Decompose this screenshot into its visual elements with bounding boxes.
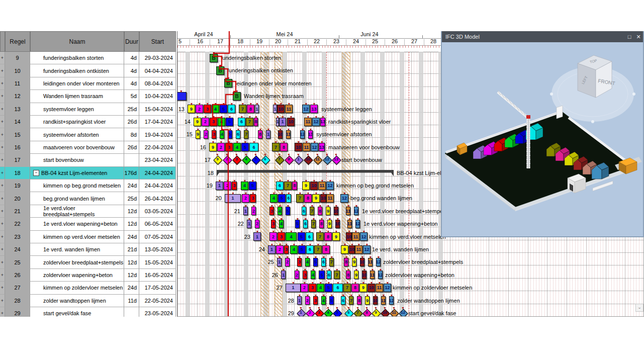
task-segment[interactable]: 4▼ bbox=[270, 194, 278, 203]
task-segment[interactable]: 3▼ bbox=[309, 284, 316, 292]
task-segment[interactable]: 11▼ bbox=[355, 245, 362, 254]
task-segment[interactable]: 8▼ bbox=[254, 118, 258, 126]
task-segment[interactable]: 7▼ bbox=[244, 130, 248, 139]
task-name-cell[interactable]: 1e verd.vloer breedplaat+stempels bbox=[30, 205, 124, 218]
task-segment[interactable]: 2▼ bbox=[224, 182, 231, 190]
task-segment[interactable]: 1▼ bbox=[266, 130, 270, 139]
task-segment[interactable]: 6▼ bbox=[236, 130, 240, 139]
task-segment[interactable]: 4▼ bbox=[317, 284, 324, 292]
task-segment[interactable]: 13▼ bbox=[319, 143, 325, 151]
expand-toggle[interactable]: + bbox=[0, 64, 5, 77]
task-segment[interactable]: 6▼ bbox=[341, 296, 345, 305]
task-segment[interactable]: 11▼ bbox=[303, 143, 310, 151]
task-segment[interactable]: 8▼ bbox=[344, 258, 348, 266]
task-segment[interactable]: 7▼ bbox=[239, 105, 246, 113]
task-segment[interactable]: 12▼ bbox=[340, 194, 348, 203]
task-segment[interactable]: 7▼ bbox=[272, 143, 280, 151]
task-segment[interactable]: 3▼ bbox=[210, 118, 217, 126]
task-segment[interactable]: 8▼ bbox=[357, 296, 361, 305]
milestone-diamond[interactable]: 1▼ bbox=[297, 309, 305, 317]
task-segment[interactable]: 5▼ bbox=[286, 207, 290, 215]
expand-toggle[interactable]: + bbox=[0, 77, 5, 90]
task-segment[interactable]: 6▼ bbox=[228, 105, 235, 113]
expand-toggle[interactable]: + bbox=[0, 116, 5, 128]
task-segment[interactable]: 2▼ bbox=[295, 270, 299, 279]
planned-block[interactable]: B▼ bbox=[224, 79, 232, 87]
task-name-cell[interactable]: zoldervloer wapening+beton bbox=[30, 269, 124, 282]
task-segment[interactable]: 9▼ bbox=[312, 194, 320, 203]
task-segment[interactable]: 2▼ bbox=[196, 105, 203, 113]
task-segment[interactable]: 12▼ bbox=[378, 270, 383, 279]
task-segment[interactable]: 12▼ bbox=[326, 182, 334, 190]
task-segment[interactable]: 13▼ bbox=[308, 130, 313, 139]
task-segment[interactable]: 4▼ bbox=[233, 143, 241, 151]
milestone-diamond[interactable]: 12▼ bbox=[323, 156, 331, 163]
milestone-diamond[interactable]: 2▼ bbox=[306, 309, 314, 317]
task-segment[interactable]: 9▼ bbox=[365, 296, 370, 305]
task-segment[interactable]: 5▼ bbox=[319, 270, 325, 279]
task-segment[interactable]: 2▼ bbox=[269, 232, 277, 241]
expand-toggle[interactable]: + bbox=[0, 52, 5, 64]
milestone-diamond[interactable]: 7▼ bbox=[354, 309, 361, 317]
task-name-cell[interactable]: leidingen onder vloer monteren bbox=[30, 77, 124, 90]
task-segment[interactable]: 8▼ bbox=[351, 284, 359, 292]
task-segment[interactable]: 2▼ bbox=[204, 130, 208, 139]
task-segment[interactable]: 2▼ bbox=[251, 207, 256, 215]
task-segment[interactable]: 1▼ bbox=[286, 284, 301, 292]
task-name-cell[interactable]: 1e verd. wanden lijmen bbox=[30, 243, 124, 256]
milestone-diamond[interactable]: 10▼ bbox=[381, 309, 389, 317]
task-segment[interactable]: 3▼ bbox=[212, 130, 216, 139]
task-segment[interactable]: 4▼ bbox=[286, 232, 297, 241]
milestone-diamond[interactable]: 9▼ bbox=[214, 156, 221, 163]
task-segment[interactable]: 12▼ bbox=[354, 207, 358, 215]
task-segment[interactable]: 5▼ bbox=[298, 245, 306, 254]
3d-viewport[interactable]: TOPLEFTFRONT bbox=[442, 42, 643, 235]
milestone-diamond[interactable]: 3▼ bbox=[315, 309, 323, 317]
task-segment[interactable]: 9▼ bbox=[359, 284, 367, 292]
task-segment[interactable]: 1▼ bbox=[216, 182, 223, 190]
milestone-diamond[interactable]: 5▼ bbox=[252, 156, 259, 163]
expand-toggle[interactable]: + bbox=[0, 282, 5, 294]
expand-toggle[interactable]: + bbox=[0, 154, 5, 166]
milestone-diamond[interactable]: 1▼ bbox=[295, 156, 302, 163]
task-segment[interactable]: 9▼ bbox=[352, 258, 356, 266]
task-segment[interactable]: 6▼ bbox=[238, 118, 245, 126]
task-segment[interactable]: 10▼ bbox=[360, 258, 364, 266]
task-segment[interactable]: 3▼ bbox=[204, 105, 211, 113]
task-segment[interactable]: 4▼ bbox=[220, 130, 224, 139]
task-segment[interactable]: 1▼ bbox=[277, 258, 282, 266]
task-segment[interactable]: 10▼ bbox=[310, 182, 318, 190]
task-segment[interactable]: 11▼ bbox=[347, 220, 352, 228]
expand-toggle[interactable]: + bbox=[0, 231, 5, 243]
task-segment[interactable]: 6▼ bbox=[286, 194, 291, 203]
task-segment[interactable]: 1▼ bbox=[253, 232, 261, 241]
task-segment[interactable]: 9▼ bbox=[327, 220, 332, 228]
task-segment[interactable]: 4▼ bbox=[290, 245, 298, 254]
task-segment[interactable]: 11▼ bbox=[326, 194, 334, 203]
task-segment[interactable]: 12▼ bbox=[389, 296, 394, 305]
task-segment[interactable]: 2▼ bbox=[276, 245, 284, 254]
task-segment[interactable]: 6▼ bbox=[333, 284, 343, 292]
milestone-diamond[interactable]: 12▼ bbox=[399, 309, 407, 317]
milestone-diamond[interactable]: 3▼ bbox=[233, 156, 240, 163]
expand-toggle[interactable]: + bbox=[0, 90, 5, 103]
task-segment[interactable]: 9▼ bbox=[194, 118, 201, 126]
task-segment[interactable]: 7▼ bbox=[311, 220, 316, 228]
summary-bar[interactable] bbox=[217, 170, 394, 176]
task-name-cell[interactable]: −BB-04 kzst Lijm-elementen bbox=[30, 167, 124, 179]
task-segment[interactable]: 6▼ bbox=[276, 182, 284, 190]
task-name-cell[interactable]: maatvoeren voor bovenbouw bbox=[30, 141, 124, 154]
task-segment[interactable]: 10▼ bbox=[335, 220, 340, 228]
task-segment[interactable]: 6▼ bbox=[306, 232, 313, 241]
task-segment[interactable]: 5▼ bbox=[220, 105, 227, 113]
task-segment[interactable]: 8▼ bbox=[304, 194, 312, 203]
expand-toggle[interactable]: + bbox=[0, 218, 5, 230]
task-segment[interactable]: 11▼ bbox=[285, 105, 293, 113]
column-header-regel[interactable]: Regel bbox=[5, 31, 30, 52]
expand-toggle[interactable]: + bbox=[0, 167, 5, 179]
task-segment[interactable]: 1▼ bbox=[281, 270, 286, 279]
task-segment[interactable]: 9▼ bbox=[332, 232, 340, 241]
task-segment[interactable]: 5▼ bbox=[241, 143, 249, 151]
task-name-cell[interactable]: Wanden lijmen trasraam bbox=[30, 90, 124, 103]
expand-toggle[interactable]: + bbox=[0, 205, 5, 218]
